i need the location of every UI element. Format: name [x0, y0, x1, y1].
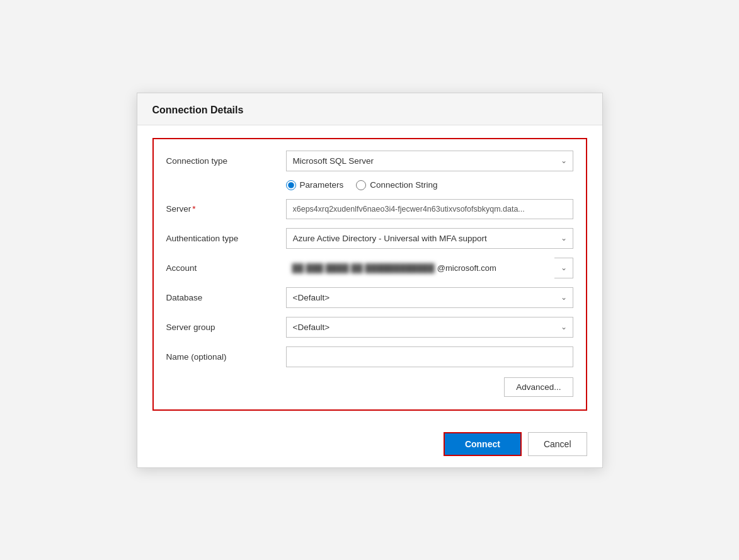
database-select[interactable]: <Default>: [286, 287, 573, 308]
parameters-radio-input[interactable]: [286, 180, 296, 190]
connection-type-row: Connection type Microsoft SQL Server ⌄: [166, 151, 573, 171]
database-label: Database: [166, 293, 286, 302]
auth-type-select[interactable]: Azure Active Directory - Universal with …: [286, 228, 573, 249]
account-select-wrapper: ██ ███ ████ ██ ████████████ @microsoft.c…: [286, 258, 573, 278]
name-row: Name (optional): [166, 346, 573, 367]
connection-mode-radio-group: Parameters Connection String: [166, 180, 573, 190]
server-group-label: Server group: [166, 323, 286, 332]
server-group-row: Server group <Default> ⌄: [166, 317, 573, 338]
cancel-button[interactable]: Cancel: [528, 432, 587, 456]
account-label: Account: [166, 263, 286, 273]
server-row: Server*: [166, 199, 573, 219]
connection-details-dialog: Connection Details Connection type Micro…: [137, 93, 603, 468]
advanced-button[interactable]: Advanced...: [504, 377, 573, 397]
connection-string-radio-input[interactable]: [356, 180, 366, 190]
connection-type-select-wrapper: Microsoft SQL Server ⌄: [286, 151, 573, 171]
database-row: Database <Default> ⌄: [166, 287, 573, 308]
account-select[interactable]: [286, 258, 573, 278]
connection-type-select[interactable]: Microsoft SQL Server: [286, 151, 573, 171]
server-input-wrapper: [286, 199, 573, 219]
name-label: Name (optional): [166, 352, 286, 362]
database-select-wrapper: <Default> ⌄: [286, 287, 573, 308]
parameters-radio-label[interactable]: Parameters: [286, 180, 344, 190]
server-required-star: *: [192, 204, 195, 214]
connect-button[interactable]: Connect: [444, 432, 522, 456]
auth-type-label: Authentication type: [166, 234, 286, 243]
name-input[interactable]: [286, 346, 573, 367]
dialog-body: Connection type Microsoft SQL Server ⌄ P…: [137, 125, 602, 423]
connection-string-radio-label[interactable]: Connection String: [356, 180, 437, 190]
server-group-select[interactable]: <Default>: [286, 317, 573, 338]
name-input-wrapper: [286, 346, 573, 367]
server-label: Server*: [166, 204, 286, 214]
dialog-title: Connection Details: [152, 105, 244, 115]
advanced-row: Advanced...: [166, 377, 573, 397]
auth-type-select-wrapper: Azure Active Directory - Universal with …: [286, 228, 573, 249]
server-group-select-wrapper: <Default> ⌄: [286, 317, 573, 338]
dialog-header: Connection Details: [137, 93, 602, 125]
account-row: Account ██ ███ ████ ██ ████████████ @mic…: [166, 258, 573, 278]
auth-type-row: Authentication type Azure Active Directo…: [166, 228, 573, 249]
form-panel: Connection type Microsoft SQL Server ⌄ P…: [152, 138, 587, 411]
connection-type-label: Connection type: [166, 156, 286, 166]
server-input[interactable]: [286, 199, 573, 219]
connection-string-radio-text: Connection String: [370, 180, 437, 190]
parameters-radio-text: Parameters: [300, 180, 344, 190]
dialog-footer: Connect Cancel: [137, 423, 602, 467]
